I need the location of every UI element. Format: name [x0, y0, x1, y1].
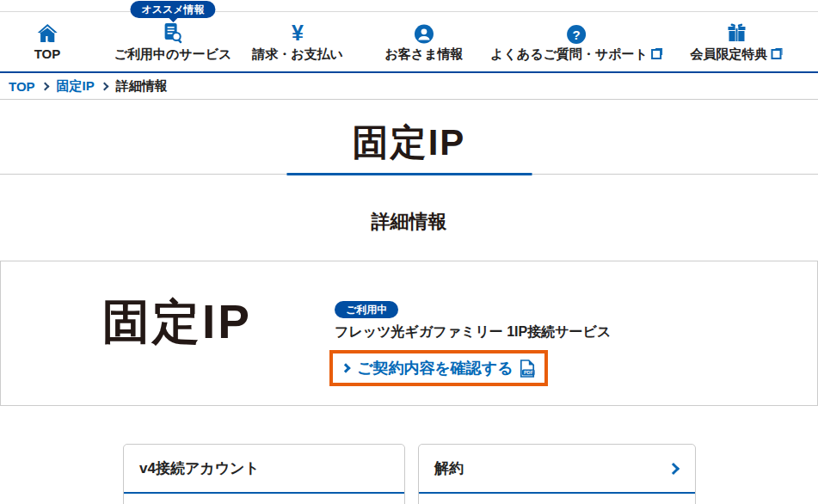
svg-text:PDF: PDF: [524, 370, 533, 375]
top-navigation: TOP ご利用中のサービス ¥: [0, 0, 818, 73]
section-header-cancel[interactable]: 解約: [419, 445, 695, 494]
nav-label-top: TOP: [34, 47, 61, 60]
home-icon: [35, 21, 58, 44]
chevron-right-icon: [40, 82, 49, 90]
service-card: 固定IP ご利用中 フレッツ光ギガファミリー 1IP接続サービス ご契約内容を確…: [0, 261, 818, 406]
breadcrumb-link-top[interactable]: TOP: [9, 79, 35, 94]
status-badge: ご利用中: [335, 301, 398, 318]
service-plan-name: フレッツ光ギガファミリー 1IP接続サービス: [335, 323, 611, 341]
nav-item-benefits[interactable]: 会員限定特典: [691, 21, 783, 60]
contract-link-highlighted[interactable]: ご契約内容を確認する PDF: [329, 350, 548, 386]
pdf-icon: PDF: [520, 360, 535, 378]
nav-item-top[interactable]: TOP: [34, 21, 61, 60]
nav-label-faq: よくあるご質問・サポート: [490, 47, 648, 60]
page: TOP ご利用中のサービス ¥: [0, 0, 818, 504]
yen-icon: ¥: [292, 21, 304, 44]
gift-icon: [725, 21, 747, 44]
breadcrumb-current: 詳細情報: [116, 78, 168, 95]
contract-link-label: ご契約内容を確認する: [357, 358, 514, 378]
recommend-badge: オススメ情報: [130, 1, 215, 18]
title-accent-underline: [286, 173, 532, 175]
nav-label-billing: 請求・お支払い: [252, 47, 343, 60]
nav-item-services[interactable]: ご利用中のサービス: [114, 21, 232, 60]
service-details: ご利用中 フレッツ光ギガファミリー 1IP接続サービス ご契約内容を確認する P…: [335, 301, 611, 386]
page-title: 固定IP: [0, 119, 818, 167]
breadcrumb-link-koteiip[interactable]: 固定IP: [57, 78, 95, 95]
external-link-icon: [772, 48, 783, 59]
nav-item-customer[interactable]: お客さま情報: [384, 21, 463, 60]
service-name: 固定IP: [102, 298, 252, 347]
section-box-v4-account: v4接続アカウント: [123, 444, 405, 504]
services-icon: [162, 21, 183, 44]
section-title: v4接続アカウント: [139, 458, 260, 478]
nav-label-customer: お客さま情報: [384, 47, 463, 60]
nav-item-billing[interactable]: ¥ 請求・お支払い: [252, 21, 343, 60]
chevron-right-icon: [100, 82, 108, 90]
nav-label-services: ご利用中のサービス: [114, 47, 232, 60]
question-icon: ?: [567, 21, 586, 44]
nav-item-faq[interactable]: ? よくあるご質問・サポート: [490, 21, 662, 60]
section-header-v4-account[interactable]: v4接続アカウント: [124, 445, 404, 494]
section-box-cancel: 解約: [418, 444, 696, 504]
top-divider: [0, 11, 818, 12]
external-link-icon: [651, 48, 662, 59]
nav-label-benefits: 会員限定特典: [691, 47, 768, 60]
chevron-right-icon: [341, 364, 350, 373]
customer-icon: [415, 21, 434, 44]
page-subtitle: 詳細情報: [0, 209, 818, 235]
breadcrumb: TOP 固定IP 詳細情報: [0, 73, 818, 100]
section-title: 解約: [434, 458, 464, 478]
chevron-right-icon: [667, 462, 680, 474]
